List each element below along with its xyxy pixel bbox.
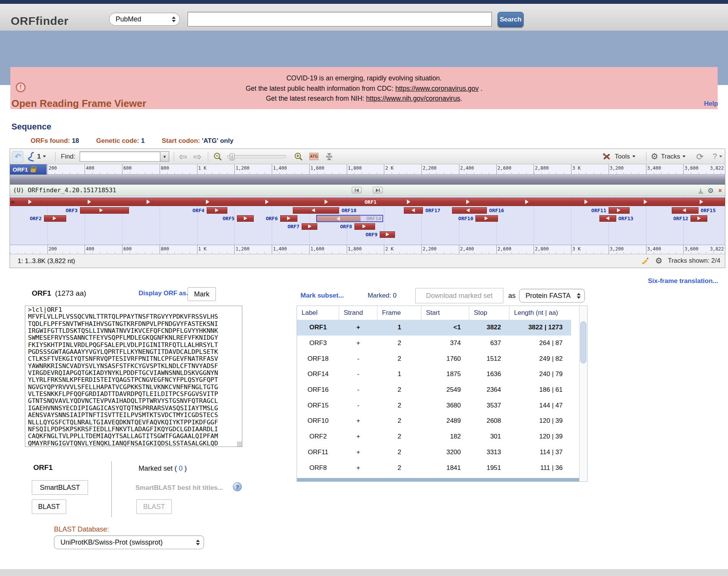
ruler-tick bbox=[609, 245, 609, 254]
page-title: Open Reading Frame Viewer bbox=[11, 98, 146, 110]
table-header-strand[interactable]: Strand bbox=[339, 306, 377, 320]
orf-bar-orf7[interactable] bbox=[302, 223, 317, 230]
table-row[interactable]: ORF3+2374637264 | 87 bbox=[297, 335, 571, 351]
table-header-label[interactable]: Label bbox=[297, 306, 339, 320]
table-header-start[interactable]: Start bbox=[421, 306, 469, 320]
sequence-textarea[interactable]: >lcl|ORF1 MFVFLVLLPLVSSQCVNLTTRTQLPPAYTN… bbox=[25, 306, 242, 447]
tools-menu[interactable]: Tools bbox=[602, 149, 635, 164]
format-select[interactable]: Protein FASTA bbox=[519, 289, 585, 303]
table-row[interactable]: ORF1+1<138223822 | 1273 bbox=[297, 320, 571, 335]
table-row[interactable]: ORF14-118751636240 | 79 bbox=[297, 367, 571, 382]
help-menu[interactable]: ? bbox=[713, 149, 722, 164]
tracks-gear-icon[interactable]: ⚙ bbox=[655, 256, 663, 265]
table-header-stop[interactable]: Stop bbox=[469, 306, 509, 320]
orf-bar-orf5[interactable] bbox=[237, 215, 254, 222]
orf-bar-orf10[interactable] bbox=[475, 215, 498, 222]
help-question-icon[interactable]: ? bbox=[233, 482, 242, 491]
table-cell: 1841 bbox=[421, 460, 469, 476]
edit-pencil-icon[interactable] bbox=[641, 256, 650, 265]
help-link[interactable]: Help bbox=[704, 100, 718, 108]
track-title: (U) ORFfinder_4.20.151718531 bbox=[13, 187, 116, 194]
zoom-out-button[interactable] bbox=[213, 149, 222, 164]
orf-bar-orf12[interactable] bbox=[690, 215, 707, 222]
find-input[interactable] bbox=[80, 151, 160, 162]
sequence-name-chip[interactable]: ORF1 bbox=[10, 164, 47, 175]
orf-bar-orf2[interactable] bbox=[44, 215, 66, 222]
table-row[interactable]: ORF16-225492364186 | 61 bbox=[297, 382, 571, 398]
cdc-link[interactable]: https://www.coronavirus.gov bbox=[395, 85, 479, 92]
orf-bar-orf17[interactable] bbox=[404, 207, 423, 214]
orf-selected-box-orf14[interactable]: ORF14 bbox=[316, 215, 383, 222]
mark-button[interactable]: Mark bbox=[188, 287, 216, 301]
ruler-tick-label: 1 K bbox=[198, 246, 207, 252]
table-cell: + bbox=[339, 429, 377, 445]
orf-bar-orf8[interactable] bbox=[354, 223, 375, 230]
zoom-in-button[interactable] bbox=[294, 149, 303, 164]
overview-bar[interactable] bbox=[10, 175, 725, 185]
download-marked-set-button[interactable]: Download marked set bbox=[415, 288, 503, 303]
ruler-tick-label: 2,400 bbox=[460, 246, 474, 252]
zoom-slider-handle[interactable] bbox=[230, 153, 235, 160]
prev-button[interactable]: ⇦ bbox=[179, 149, 187, 164]
table-row[interactable]: ORF2+2182301120 | 39 bbox=[297, 429, 571, 445]
track-gear-icon[interactable]: ⚙ bbox=[708, 187, 714, 195]
find-combo[interactable]: ▼ bbox=[80, 149, 169, 164]
orf-bar-orf18[interactable] bbox=[293, 207, 339, 214]
six-frame-translation-link[interactable]: Six-frame translation... bbox=[648, 277, 718, 285]
mark-subset-link[interactable]: Mark subset... bbox=[300, 292, 344, 299]
next-button[interactable]: ⇨ bbox=[193, 149, 202, 164]
nih-link[interactable]: https://www.nih.gov/coronavirus bbox=[366, 95, 460, 102]
orf-bar-orf11[interactable] bbox=[609, 207, 630, 214]
find-dropdown-icon[interactable]: ▼ bbox=[160, 151, 169, 162]
tracks-menu[interactable]: ⚙ Tracks bbox=[651, 149, 686, 164]
collapse-icon bbox=[325, 152, 334, 161]
page-last-button[interactable] bbox=[373, 187, 383, 193]
table-vertical-scrollbar[interactable] bbox=[579, 306, 587, 481]
close-track-icon[interactable]: × bbox=[718, 188, 722, 193]
orf1-main-bar[interactable]: « ORF1 bbox=[10, 198, 725, 206]
blast-database-select[interactable]: UniProtKB/Swiss-Prot (swissprot) bbox=[54, 535, 204, 549]
undo-button[interactable]: ↷ bbox=[12, 151, 23, 162]
table-header-frame[interactable]: Frame bbox=[377, 306, 421, 320]
track-header[interactable]: (U) ORFfinder_4.20.151718531 bbox=[10, 185, 725, 196]
table-row[interactable]: ORF11+232003313114 | 37 bbox=[297, 445, 571, 460]
zoom-slider-track[interactable] bbox=[227, 155, 286, 158]
table-row[interactable]: ORF8+218411951111 | 36 bbox=[297, 460, 571, 476]
refresh-button[interactable]: ⟳ bbox=[696, 149, 704, 164]
blast-marked-button-disabled[interactable]: BLAST bbox=[136, 499, 172, 514]
strand-arrow-right-icon bbox=[485, 216, 488, 220]
ruler-tick bbox=[534, 164, 534, 174]
table-row[interactable]: ORF18-217601512249 | 82 bbox=[297, 351, 571, 367]
zoom-slider[interactable] bbox=[227, 149, 286, 164]
orf-bar-orf15[interactable] bbox=[672, 207, 699, 214]
marker-count: 1 bbox=[37, 153, 41, 160]
table-horizontal-scrollbar[interactable] bbox=[297, 478, 579, 481]
blast-button[interactable]: BLAST bbox=[32, 499, 66, 514]
resize-handle[interactable] bbox=[237, 442, 242, 447]
database-select[interactable]: PubMed bbox=[109, 13, 180, 26]
search-input[interactable] bbox=[188, 12, 492, 26]
markers-button[interactable]: 1 bbox=[28, 149, 46, 164]
orf-bar-orf6[interactable] bbox=[280, 215, 297, 222]
display-orf-as-link[interactable]: Display ORF as... bbox=[139, 290, 192, 297]
orf-bar-orf9[interactable] bbox=[380, 231, 395, 238]
orf-bar-orf14[interactable] bbox=[317, 216, 361, 221]
strand-arrow-right-icon bbox=[700, 200, 703, 204]
orf-bar-orf13[interactable] bbox=[599, 215, 616, 222]
orf-bar-orf3[interactable] bbox=[80, 207, 129, 214]
atg-zoom-button[interactable]: ATG bbox=[309, 149, 318, 164]
smartblast-button[interactable]: SmartBLAST bbox=[32, 480, 88, 495]
table-row[interactable]: ORF10+224892608120 | 39 bbox=[297, 413, 571, 429]
table-header-length-nt-aa-[interactable]: Length (nt | aa) bbox=[509, 306, 571, 320]
ruler-tick bbox=[309, 164, 310, 174]
search-button[interactable]: Search bbox=[498, 12, 524, 27]
download-icon[interactable]: ↓ bbox=[699, 188, 703, 193]
page-first-button[interactable] bbox=[352, 187, 362, 193]
strand-arrow-right-icon bbox=[100, 208, 103, 212]
scrollbar-thumb[interactable] bbox=[580, 321, 586, 363]
table-row[interactable]: ORF15-236803537144 | 47 bbox=[297, 398, 571, 413]
orf-bar-orf16[interactable] bbox=[452, 207, 486, 214]
orf-bar-orf4[interactable] bbox=[207, 207, 227, 214]
collapse-tracks-button[interactable] bbox=[325, 149, 334, 164]
format-select-value: Protein FASTA bbox=[526, 292, 571, 300]
